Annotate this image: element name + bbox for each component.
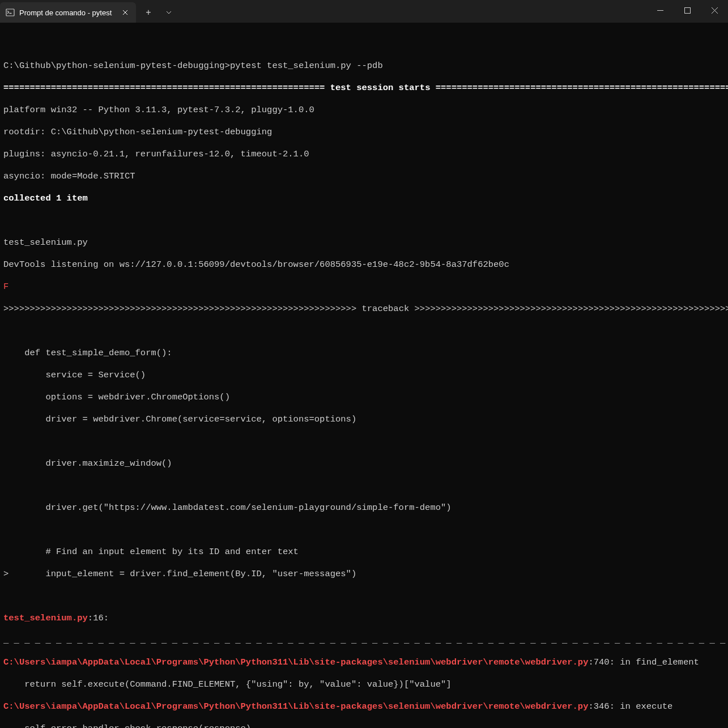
output-line: asyncio: mode=Mode.STRICT (3, 171, 725, 182)
tab-dropdown-button[interactable] (159, 2, 179, 23)
maximize-button[interactable] (674, 0, 701, 20)
output-fail: F (3, 282, 725, 293)
titlebar: Prompt de comando - pytest + (0, 0, 728, 23)
output-line (3, 215, 725, 227)
output-line: options = webdriver.ChromeOptions() (3, 392, 725, 403)
output-line: plugins: asyncio-0.21.1, rerunfailures-1… (3, 149, 725, 160)
svg-rect-3 (684, 7, 690, 13)
output-line: # Find an input element by its ID and en… (3, 547, 725, 558)
output-line: rootdir: C:\Github\python-selenium-pytes… (3, 127, 725, 138)
output-line (3, 39, 725, 50)
output-line: test_selenium.py:16: (3, 613, 725, 624)
tab-title: Prompt de comando - pytest (19, 8, 114, 17)
output-line: > input_element = driver.find_element(By… (3, 569, 725, 580)
output-line (3, 591, 725, 602)
output-line: C:\Users\iampa\AppData\Local\Programs\Py… (3, 657, 725, 669)
new-tab-button[interactable]: + (138, 2, 159, 23)
output-line: test_selenium.py (3, 237, 725, 249)
output-line: >>>>>>>>>>>>>>>>>>>>>>>>>>>>>>>>>>>>>>>>… (3, 304, 725, 315)
output-line: ========================================… (3, 83, 725, 94)
output-line: def test_simple_demo_form(): (3, 348, 725, 359)
output-line: DevTools listening on ws://127.0.0.1:560… (3, 259, 725, 271)
output-line: service = Service() (3, 370, 725, 381)
cmd-icon (6, 8, 15, 17)
output-line (3, 480, 725, 492)
output-line: driver.get("https://www.lambdatest.com/s… (3, 503, 725, 514)
output-line: driver.maximize_window() (3, 458, 725, 470)
output-line: collected 1 item (3, 193, 725, 205)
output-line (3, 436, 725, 448)
output-line: C:\Github\python-selenium-pytest-debuggi… (3, 61, 725, 72)
minimize-button[interactable] (646, 0, 674, 20)
output-line (3, 525, 725, 536)
output-line: driver = webdriver.Chrome(service=servic… (3, 414, 725, 425)
output-line: _ _ _ _ _ _ _ _ _ _ _ _ _ _ _ _ _ _ _ _ … (3, 635, 725, 646)
close-tab-button[interactable] (120, 7, 130, 18)
svg-rect-0 (6, 9, 14, 16)
terminal-tab[interactable]: Prompt de comando - pytest (0, 2, 136, 23)
output-line (3, 326, 725, 337)
output-line: C:\Users\iampa\AppData\Local\Programs\Py… (3, 701, 725, 713)
output-line: return self.execute(Command.FIND_ELEMENT… (3, 679, 725, 691)
output-line: platform win32 -- Python 3.11.3, pytest-… (3, 105, 725, 116)
output-line: self.error_handler.check_response(respon… (3, 723, 725, 729)
terminal-output[interactable]: C:\Github\python-selenium-pytest-debuggi… (0, 23, 728, 728)
close-window-button[interactable] (701, 0, 728, 20)
